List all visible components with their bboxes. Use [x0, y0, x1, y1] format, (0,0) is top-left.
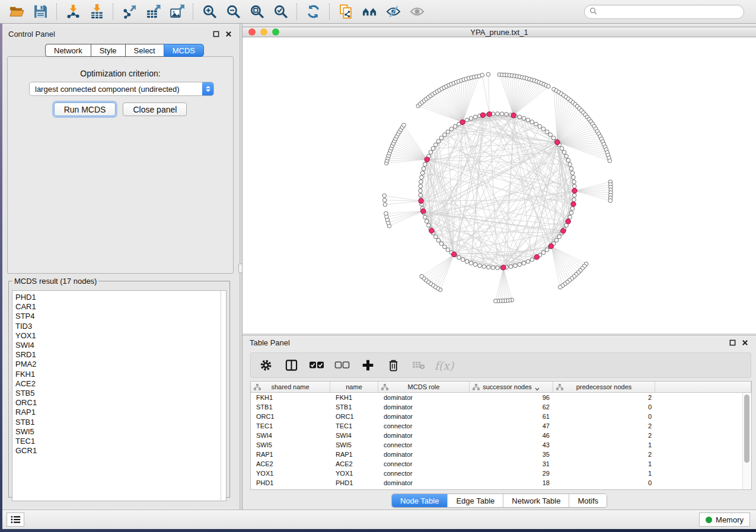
network-canvas[interactable]: [243, 37, 756, 332]
table-cell: SWI4: [251, 432, 330, 439]
tab-select[interactable]: Select: [125, 44, 164, 57]
column-header-shared-name[interactable]: shared name: [251, 382, 330, 392]
close-panel-button[interactable]: Close panel: [123, 102, 187, 116]
column-label: MCDS role: [408, 383, 440, 390]
tab-node-table[interactable]: Node Table: [392, 494, 448, 507]
optimization-criterion-select[interactable]: largest connected component (undirected): [29, 82, 214, 96]
search-input[interactable]: [597, 7, 744, 16]
tab-edge-table[interactable]: Edge Table: [448, 494, 503, 507]
mcds-result-item[interactable]: ACE2: [15, 379, 226, 389]
column-header-name[interactable]: name: [330, 382, 378, 392]
table-cell: STB1: [251, 403, 330, 411]
control-panel-header: Control Panel: [2, 27, 238, 41]
mcds-result-item[interactable]: STB1: [15, 418, 226, 427]
delete-selected-icon[interactable]: [385, 358, 401, 373]
table-row[interactable]: SWI5SWI5connector431: [251, 440, 751, 450]
mcds-result-list[interactable]: PHD1CAR1STP4TID3YOX1SWI4SRD1PMA2FKH1ACE2…: [12, 290, 227, 501]
refresh-layout-icon[interactable]: [301, 2, 325, 21]
network-graph[interactable]: [243, 37, 756, 332]
table-cell: FKH1: [251, 394, 330, 401]
column-label: successor nodes: [483, 383, 532, 390]
run-mcds-button[interactable]: Run MCDS: [54, 102, 116, 116]
table-row[interactable]: TEC1TEC1connector472: [251, 421, 751, 431]
export-image-icon[interactable]: [165, 2, 189, 21]
toggle-panes-icon[interactable]: [283, 358, 299, 373]
table-scrollbar[interactable]: [742, 393, 751, 489]
toolbar-separator: [193, 4, 193, 20]
table-cell: FKH1: [330, 394, 378, 401]
mcds-result-item[interactable]: TEC1: [15, 437, 226, 446]
mcds-result-item[interactable]: SWI4: [15, 341, 226, 350]
mcds-result-item[interactable]: CAR1: [15, 302, 226, 312]
new-network-from-selection-icon[interactable]: [334, 2, 358, 21]
memory-button[interactable]: Memory: [699, 512, 750, 527]
close-panel-icon[interactable]: [225, 30, 232, 38]
tab-network-table[interactable]: Network Table: [503, 494, 569, 507]
mcds-result-item[interactable]: FKH1: [15, 370, 226, 379]
chevron-down-icon[interactable]: [535, 385, 540, 389]
table-cell: TEC1: [251, 422, 330, 430]
mcds-result-item[interactable]: STP4: [15, 312, 226, 321]
table-toolbar: f(x): [250, 352, 751, 378]
import-network-icon[interactable]: [61, 2, 85, 21]
table-scrollbar-thumb[interactable]: [744, 395, 749, 463]
task-history-button[interactable]: [7, 512, 24, 527]
table-row[interactable]: SWI4SWI4dominator462: [251, 431, 751, 440]
import-table-icon[interactable]: [85, 2, 109, 21]
tab-motifs[interactable]: Motifs: [569, 494, 607, 507]
hide-selected-icon[interactable]: [381, 2, 405, 21]
column-namespace-icon: [556, 384, 563, 390]
table-cell: 62: [470, 403, 553, 411]
tab-network[interactable]: Network: [45, 44, 91, 57]
column-header-filler: [655, 382, 751, 392]
mcds-result-item[interactable]: SWI5: [15, 427, 226, 437]
table-row[interactable]: ORC1ORC1dominator610: [251, 412, 751, 421]
export-table-icon[interactable]: [141, 2, 165, 21]
settings-icon[interactable]: [258, 358, 273, 373]
tab-style[interactable]: Style: [91, 44, 125, 57]
zoom-fit-icon[interactable]: [245, 2, 269, 21]
zoom-selected-icon[interactable]: [269, 2, 292, 21]
save-session-icon[interactable]: [28, 2, 52, 21]
control-panel: Control Panel NetworkStyleSelectMCDS Opt…: [2, 27, 238, 508]
add-column-icon[interactable]: [360, 358, 375, 373]
float-panel-icon[interactable]: [212, 30, 220, 38]
mcds-result-item[interactable]: TID3: [15, 322, 226, 331]
search-box[interactable]: [584, 5, 744, 19]
mcds-result-item[interactable]: RAP1: [15, 408, 226, 417]
mcds-result-item[interactable]: PHD1: [15, 293, 226, 302]
column-header-MCDS-role[interactable]: MCDS role: [378, 382, 470, 392]
main-toolbar-groups: [5, 0, 429, 23]
table-row[interactable]: ACE2ACE2connector311: [251, 459, 751, 469]
table-cell: 47: [470, 422, 553, 430]
table-row[interactable]: STB1STB1dominator620: [251, 402, 751, 412]
show-all-icon: [405, 2, 429, 21]
mcds-result-item[interactable]: YOX1: [15, 331, 226, 341]
table-row[interactable]: PHD1PHD1dominator180: [251, 478, 751, 488]
toolbar-separator: [56, 4, 57, 20]
first-neighbors-icon[interactable]: [358, 2, 381, 21]
table-cell: 1: [553, 460, 655, 467]
open-file-icon[interactable]: [5, 2, 28, 21]
export-network-icon[interactable]: [117, 2, 141, 21]
deselect-all-rows-icon[interactable]: [334, 358, 350, 373]
column-header-successor-nodes[interactable]: successor nodes: [470, 382, 553, 392]
column-header-predecessor-nodes[interactable]: predecessor nodes: [553, 382, 655, 392]
zoom-out-icon[interactable]: [221, 2, 245, 21]
table-row[interactable]: YOX1YOX1connector291: [251, 469, 751, 478]
mcds-result-item[interactable]: STB5: [15, 389, 226, 398]
mcds-result-item[interactable]: ORC1: [15, 398, 226, 408]
table-row[interactable]: FKH1FKH1dominator962: [251, 393, 751, 402]
tab-mcds[interactable]: MCDS: [164, 44, 204, 57]
mcds-result-item[interactable]: SRD1: [15, 350, 226, 360]
zoom-in-icon[interactable]: [197, 2, 221, 21]
close-table-panel-icon[interactable]: [741, 339, 749, 347]
table-cell: STB1: [330, 403, 378, 411]
mcds-result-item[interactable]: GCR1: [15, 446, 226, 456]
mcds-result-item[interactable]: PMA2: [15, 360, 226, 369]
float-table-panel-icon[interactable]: [729, 339, 736, 347]
table-panel: Table Panel f(x) shared namenameMCDS rol…: [242, 335, 756, 509]
mcds-list-scrollbar[interactable]: [221, 290, 221, 501]
select-all-rows-icon[interactable]: [309, 358, 324, 373]
table-row[interactable]: RAP1RAP1dominator352: [251, 450, 751, 459]
